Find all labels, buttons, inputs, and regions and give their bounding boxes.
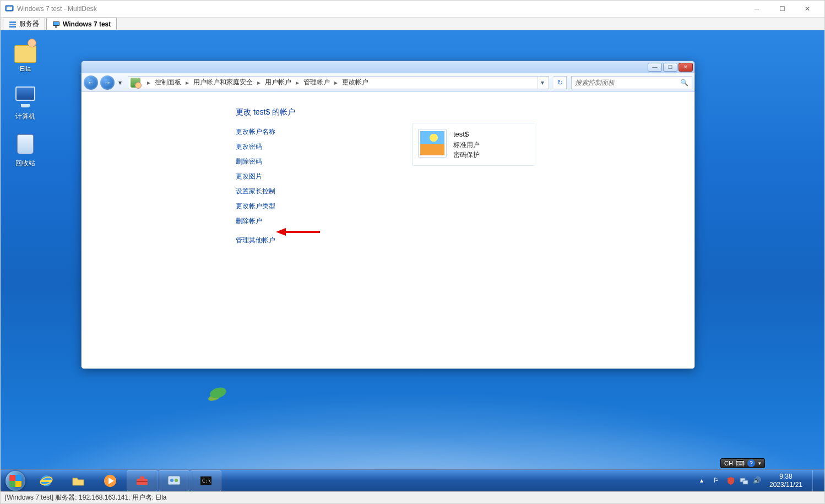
svg-text:C:\: C:\ xyxy=(202,478,211,484)
cp-search-input[interactable] xyxy=(575,79,680,86)
cp-search-box[interactable]: 🔍 xyxy=(571,76,692,89)
tab-session[interactable]: Windows 7 test xyxy=(46,18,117,30)
ie-icon xyxy=(39,474,53,488)
taskbar-item-cmd[interactable]: C:\ xyxy=(191,470,221,491)
nav-forward-button[interactable]: → xyxy=(100,75,115,90)
desktop-icon-user-folder[interactable]: Ella xyxy=(5,39,46,73)
svg-rect-3 xyxy=(9,24,16,25)
cp-maximize-button[interactable]: ☐ xyxy=(663,63,677,72)
tab-servers-label: 服务器 xyxy=(19,19,39,29)
desktop-icon-label: 回收站 xyxy=(5,159,46,168)
crumb-manage-accounts[interactable]: 管理帐户 xyxy=(302,78,331,87)
tab-servers[interactable]: 服务器 xyxy=(3,18,45,30)
tray-network-icon[interactable] xyxy=(740,476,748,485)
cmd-icon: C:\ xyxy=(199,474,213,488)
nav-back-button[interactable]: ← xyxy=(84,75,98,90)
monitor-icon xyxy=(52,20,60,28)
cp-navbar: ← → ▾ ▸ 控制面板 ▸ 用户帐户和家庭安全 ▸ 用户帐户 ▸ 管理帐户 ▸… xyxy=(82,73,694,92)
multidesk-window: Windows 7 test - MultiDesk ─ ☐ ✕ 服务器 Win… xyxy=(0,0,825,504)
link-change-picture[interactable]: 更改图片 xyxy=(236,172,694,181)
account-avatar-icon xyxy=(418,129,447,158)
system-tray: ▴ 🏳 🔊 9:38 2023/11/21 xyxy=(697,470,821,492)
wallpaper-leaf xyxy=(209,385,227,400)
folder-icon xyxy=(71,474,85,488)
link-delete-account[interactable]: 删除帐户 xyxy=(236,216,694,226)
ime-help-icon[interactable]: ? xyxy=(747,459,755,467)
svg-rect-15 xyxy=(140,476,144,479)
maximize-button[interactable]: ☐ xyxy=(769,1,795,17)
language-indicator[interactable]: CH xyxy=(724,460,733,467)
windows-orb-icon xyxy=(6,471,25,491)
taskbar: C:\ ▴ 🏳 🔊 9:38 2023/11/21 xyxy=(1,469,824,491)
control-panel-window: — ☐ ✕ ← → ▾ ▸ 控制面板 ▸ 用户帐户和家庭安全 ▸ 用户帐户 ▸ … xyxy=(81,61,695,369)
cp-heading: 更改 test$ 的帐户 xyxy=(236,107,694,117)
crumb-user-safety[interactable]: 用户帐户和家庭安全 xyxy=(192,78,254,87)
remote-desktop[interactable]: Ella 计算机 回收站 — ☐ ✕ ← → ▾ ▸ 控制 xyxy=(1,30,824,491)
refresh-button[interactable]: ↻ xyxy=(553,76,567,89)
crumb-change-account[interactable]: 更改帐户 xyxy=(341,78,370,87)
search-icon: 🔍 xyxy=(680,79,688,86)
multidesk-title-text: Windows 7 test - MultiDesk xyxy=(17,5,97,13)
taskbar-item-ie[interactable] xyxy=(31,470,62,491)
user-accounts-icon xyxy=(167,474,181,488)
breadcrumb-sep: ▸ xyxy=(292,79,302,86)
cp-minimize-button[interactable]: — xyxy=(648,63,662,72)
svg-rect-6 xyxy=(53,22,59,25)
svg-point-19 xyxy=(175,479,178,482)
nav-history-dropdown[interactable]: ▾ xyxy=(117,75,123,90)
svg-rect-7 xyxy=(55,26,57,28)
svg-rect-1 xyxy=(7,7,12,10)
link-parental[interactable]: 设置家长控制 xyxy=(236,187,694,196)
taskbar-item-control-panel[interactable] xyxy=(159,470,189,491)
ime-options-icon[interactable]: ▾ xyxy=(758,460,761,466)
taskbar-item-wmp[interactable] xyxy=(95,470,126,491)
user-folder-icon xyxy=(13,39,37,63)
crumb-control-panel[interactable]: 控制面板 xyxy=(154,78,182,87)
desktop-icon-label: 计算机 xyxy=(5,112,46,121)
minimize-button[interactable]: ─ xyxy=(744,1,769,17)
media-player-icon xyxy=(103,474,117,488)
desktop-icon-recycle-bin[interactable]: 回收站 xyxy=(5,132,46,168)
status-text: [Windows 7 test] 服务器: 192.168.163.141; 用… xyxy=(5,493,166,502)
toolbox-icon xyxy=(135,474,149,488)
language-bar[interactable]: CH ⌨ ? ▾ xyxy=(720,458,765,468)
taskbar-item-toolbox[interactable] xyxy=(127,470,158,491)
svg-rect-16 xyxy=(137,481,148,482)
multidesk-statusbar: [Windows 7 test] 服务器: 192.168.163.141; 用… xyxy=(1,491,824,503)
desktop-icon-label: Ella xyxy=(5,65,46,73)
svg-rect-17 xyxy=(168,476,180,485)
computer-icon xyxy=(13,85,37,110)
desktop-icon-computer[interactable]: 计算机 xyxy=(5,85,46,121)
link-change-type[interactable]: 更改帐户类型 xyxy=(236,202,694,211)
account-card[interactable]: test$ 标准用户 密码保护 xyxy=(412,123,535,166)
breadcrumb-bar[interactable]: ▸ 控制面板 ▸ 用户帐户和家庭安全 ▸ 用户帐户 ▸ 管理帐户 ▸ 更改帐户 … xyxy=(128,76,549,89)
multidesk-app-icon xyxy=(5,4,14,13)
cp-titlebar[interactable]: — ☐ ✕ xyxy=(82,61,694,73)
tray-date: 2023/11/21 xyxy=(766,481,806,489)
tray-action-center-icon[interactable]: 🏳 xyxy=(713,476,722,485)
account-type: 标准用户 xyxy=(453,140,480,150)
svg-rect-2 xyxy=(9,21,16,23)
svg-rect-23 xyxy=(743,480,748,484)
tray-volume-icon[interactable]: 🔊 xyxy=(753,476,762,485)
link-manage-other[interactable]: 管理其他帐户 xyxy=(236,236,694,245)
account-name: test$ xyxy=(453,129,480,140)
breadcrumb-sep: ▸ xyxy=(331,79,341,86)
breadcrumb-sep: ▸ xyxy=(144,79,154,86)
cp-body: 更改 test$ 的帐户 更改帐户名称 更改密码 删除密码 更改图片 设置家长控… xyxy=(82,92,694,368)
crumb-user-accounts[interactable]: 用户帐户 xyxy=(264,78,292,87)
ime-keyboard-icon[interactable]: ⌨ xyxy=(736,459,744,467)
breadcrumb-sep: ▸ xyxy=(182,79,192,86)
breadcrumb-dropdown[interactable]: ▾ xyxy=(538,77,546,89)
close-button[interactable]: ✕ xyxy=(795,1,820,17)
start-button[interactable] xyxy=(1,470,30,492)
svg-rect-4 xyxy=(9,26,16,28)
tray-show-hidden-icon[interactable]: ▴ xyxy=(700,476,709,485)
multidesk-tabbar: 服务器 Windows 7 test xyxy=(1,17,824,30)
tray-security-icon[interactable] xyxy=(726,476,735,485)
cp-close-button[interactable]: ✕ xyxy=(679,63,693,72)
taskbar-item-explorer[interactable] xyxy=(63,470,94,491)
show-desktop-button[interactable] xyxy=(812,470,818,491)
multidesk-titlebar: Windows 7 test - MultiDesk ─ ☐ ✕ xyxy=(1,1,824,17)
tray-clock[interactable]: 9:38 2023/11/21 xyxy=(766,473,806,489)
